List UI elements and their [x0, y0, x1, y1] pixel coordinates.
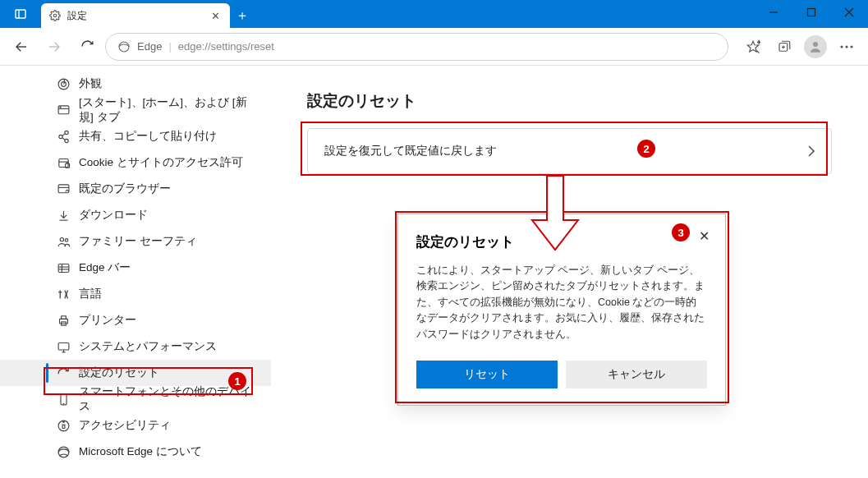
sidebar-icon — [56, 182, 71, 196]
annotation-badge-2: 2 — [637, 140, 655, 158]
minimize-button[interactable] — [755, 0, 792, 25]
svg-point-20 — [850, 45, 852, 48]
restore-defaults-row[interactable]: 設定を復元して既定値に戻します — [307, 128, 832, 174]
sidebar-icon — [56, 76, 71, 91]
back-button[interactable] — [7, 32, 36, 62]
chevron-right-icon — [808, 145, 815, 157]
favorites-button[interactable]: + — [738, 32, 768, 62]
sidebar-icon — [56, 260, 71, 275]
svg-point-18 — [840, 45, 843, 48]
sidebar-item[interactable]: [スタート]、[ホーム]、および [新規] タブ — [0, 97, 271, 123]
sidebar-icon — [56, 339, 71, 354]
close-dialog-button[interactable]: ✕ — [694, 226, 714, 246]
svg-rect-46 — [61, 315, 66, 319]
sidebar-item-label: 既定のブラウザー — [79, 182, 171, 196]
sidebar-item-label: [スタート]、[ホーム]、および [新規] タブ — [79, 95, 258, 125]
sidebar-icon — [56, 234, 71, 249]
sidebar-icon — [56, 444, 71, 459]
svg-marker-57 — [532, 220, 578, 250]
collections-button[interactable] — [769, 32, 799, 62]
svg-point-2 — [53, 14, 57, 17]
sidebar-item-label: Cookie とサイトのアクセス許可 — [79, 155, 243, 170]
sidebar-item[interactable]: 外観 — [0, 71, 271, 97]
more-button[interactable] — [832, 32, 861, 62]
svg-line-30 — [62, 137, 64, 140]
svg-point-25 — [60, 107, 61, 108]
new-tab-button[interactable]: ＋ — [230, 3, 255, 28]
svg-rect-34 — [58, 184, 69, 192]
sidebar-item[interactable]: システムとパフォーマンス — [0, 333, 271, 360]
sidebar-item[interactable]: 共有、コピーして貼り付け — [0, 123, 271, 149]
address-brand: Edge — [137, 40, 162, 53]
annotation-badge-1: 1 — [228, 372, 246, 390]
sidebar-item-label: プリンター — [79, 313, 136, 328]
settings-sidebar: 外観[スタート]、[ホーム]、および [新規] タブ共有、コピーして貼り付けCo… — [0, 66, 271, 478]
svg-rect-48 — [58, 342, 69, 350]
svg-point-9 — [119, 42, 129, 52]
annotation-badge-3: 3 — [672, 223, 690, 241]
sidebar-icon — [56, 313, 71, 328]
sidebar-item-label: システムとパフォーマンス — [79, 339, 217, 354]
annotation-arrow — [526, 176, 585, 255]
sidebar-item[interactable]: 言語 — [0, 281, 271, 307]
dialog-body: これにより、スタートアップ ページ、新しいタブ ページ、検索エンジン、ピン留めさ… — [416, 263, 707, 342]
svg-rect-40 — [58, 264, 69, 272]
address-bar[interactable]: Edge | edge://settings/reset — [105, 33, 728, 61]
sidebar-item[interactable]: ダウンロード — [0, 202, 271, 228]
close-window-button[interactable] — [830, 0, 868, 25]
sidebar-item[interactable]: Microsoft Edge について — [0, 439, 271, 465]
sidebar-icon — [56, 392, 71, 407]
sidebar-item-label: 言語 — [79, 287, 102, 301]
sidebar-item-label: ファミリー セーフティ — [79, 234, 197, 249]
svg-point-17 — [813, 42, 818, 47]
toolbar: Edge | edge://settings/reset + — [0, 28, 868, 66]
titlebar: 設定 ✕ ＋ — [0, 0, 868, 28]
sidebar-icon — [56, 103, 71, 117]
forward-button[interactable] — [39, 32, 69, 62]
sidebar-icon — [56, 208, 71, 223]
sidebar-item[interactable]: プリンター — [0, 307, 271, 333]
browser-tab[interactable]: 設定 ✕ — [41, 3, 230, 28]
profile-button[interactable] — [801, 32, 830, 62]
maximize-button[interactable] — [792, 0, 830, 25]
sidebar-icon — [56, 287, 71, 301]
svg-line-29 — [62, 133, 64, 136]
tab-title: 設定 — [67, 9, 202, 23]
refresh-button[interactable] — [72, 32, 102, 62]
svg-point-38 — [60, 237, 63, 241]
svg-text:+: + — [757, 39, 760, 45]
tab-actions-icon[interactable] — [0, 0, 41, 28]
svg-point-19 — [845, 45, 847, 48]
sidebar-item-label: Microsoft Edge について — [79, 444, 202, 459]
sidebar-item[interactable]: スマートフォンとその他のデバイス — [0, 386, 271, 412]
restore-defaults-label: 設定を復元して既定値に戻します — [324, 144, 497, 159]
svg-rect-58 — [548, 218, 563, 222]
sidebar-item[interactable]: Cookie とサイトのアクセス許可 — [0, 149, 271, 176]
sidebar-item[interactable]: ファミリー セーフティ — [0, 228, 271, 255]
sidebar-item[interactable]: アクセシビリティ — [0, 412, 271, 439]
sidebar-icon — [56, 129, 71, 144]
reset-button[interactable]: リセット — [416, 361, 558, 388]
sidebar-icon — [56, 365, 71, 380]
sidebar-icon — [56, 155, 71, 170]
sidebar-item-label: スマートフォンとその他のデバイス — [79, 384, 258, 414]
sidebar-item-label: アクセシビリティ — [79, 418, 171, 433]
sidebar-item-label: 設定のリセット — [79, 365, 159, 380]
sidebar-item-label: 共有、コピーして貼り付け — [79, 129, 217, 144]
sidebar-item-label: Edge バー — [79, 260, 131, 275]
close-tab-icon[interactable]: ✕ — [209, 9, 222, 22]
gear-icon — [49, 10, 61, 21]
svg-point-54 — [62, 421, 65, 423]
cancel-button[interactable]: キャンセル — [566, 361, 707, 388]
edge-logo-icon — [117, 40, 131, 53]
address-path: edge://settings/reset — [178, 40, 274, 53]
sidebar-icon — [56, 418, 71, 433]
sidebar-item-label: ダウンロード — [79, 208, 148, 223]
sidebar-item[interactable]: 既定のブラウザー — [0, 176, 271, 202]
sidebar-item[interactable]: Edge バー — [0, 255, 271, 281]
svg-rect-4 — [808, 9, 815, 16]
svg-rect-45 — [59, 319, 67, 324]
svg-rect-0 — [16, 10, 25, 18]
sidebar-item-label: 外観 — [79, 76, 102, 91]
svg-rect-56 — [547, 176, 563, 220]
